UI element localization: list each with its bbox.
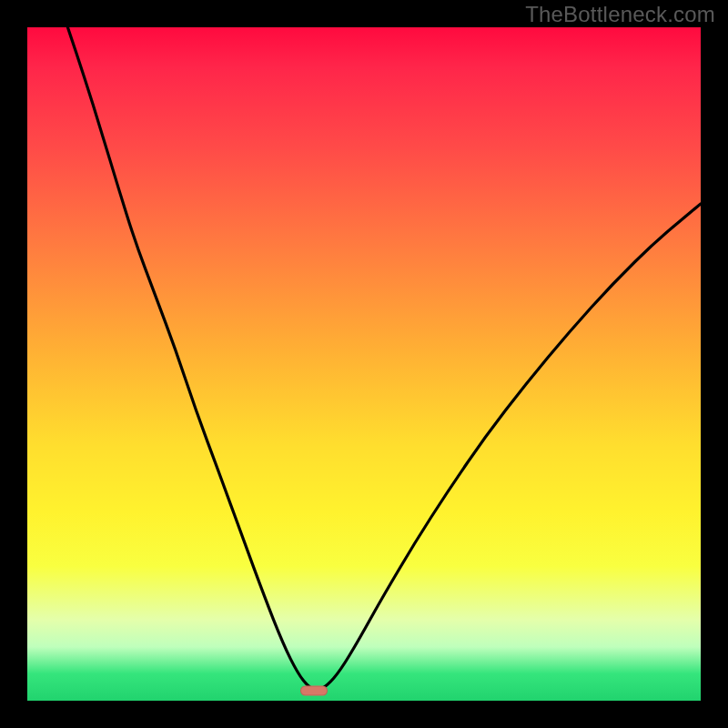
curve-layer — [27, 27, 701, 701]
plot-area — [27, 27, 701, 701]
watermark-text: TheBottleneck.com — [525, 2, 715, 27]
bottleneck-curve-path — [67, 27, 701, 690]
minimum-marker — [300, 685, 328, 695]
chart-frame: TheBottleneck.com — [0, 0, 728, 728]
